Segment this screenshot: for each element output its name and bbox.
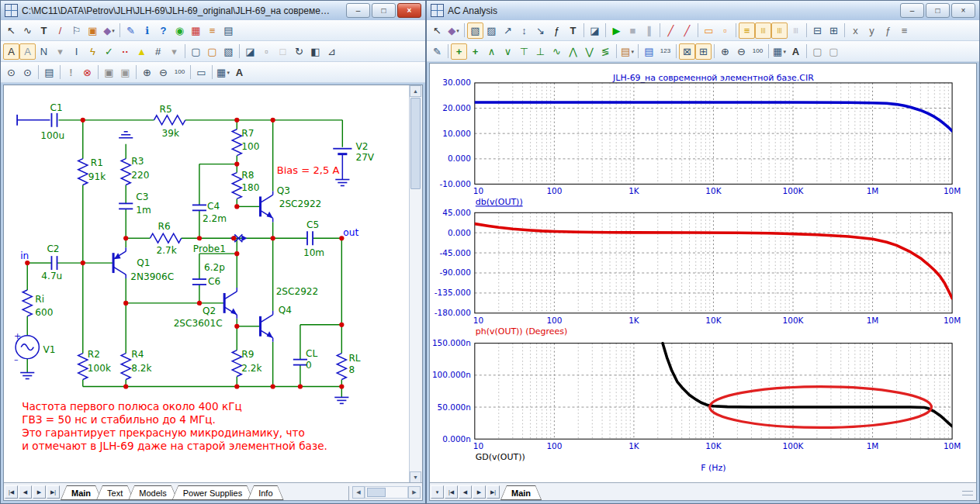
find-button-icon[interactable]: ⊙ <box>3 64 19 81</box>
plot-canvas[interactable]: JLH-69_на современной элементной базе.CI… <box>430 64 976 483</box>
vertical-grids-button-icon[interactable]: ||| <box>755 22 771 39</box>
horizontal-tag-mode-icon[interactable]: ↘ <box>532 22 549 39</box>
minimize-button[interactable]: – <box>346 3 370 18</box>
analysis-plots[interactable]: JLH-69_на современной элементной базе.CI… <box>430 64 976 483</box>
properties-button-icon[interactable]: ◪ <box>242 43 258 60</box>
cursor-cross-button-icon[interactable]: + <box>451 43 467 60</box>
y-axis-settings-button-icon[interactable]: y <box>864 22 880 39</box>
zoom-in-button-icon[interactable]: ⊕ <box>139 64 155 81</box>
design-info-tool-icon[interactable]: ▤ <box>220 22 237 39</box>
scale-mode-button-icon[interactable]: ▧ <box>467 22 483 39</box>
x-axis-settings-button-icon[interactable]: x <box>847 22 864 39</box>
undo-info-button-icon[interactable]: ! <box>63 64 79 81</box>
text-page-button-icon[interactable]: ▤ <box>41 64 57 81</box>
node-number-toggle-icon[interactable]: A <box>19 43 36 60</box>
attribute-pen-tool-icon[interactable]: ✎ <box>123 22 139 39</box>
tile-button-icon[interactable]: ▦▾ <box>771 43 788 60</box>
copy-to-clipboard-button-icon[interactable]: ▣ <box>101 64 117 81</box>
high-point-button-icon[interactable]: ⊤ <box>516 43 532 60</box>
scroll-right-button[interactable]: ▶ <box>408 486 421 499</box>
picture-mode-icon[interactable]: ▣ <box>85 22 101 39</box>
current-display-toggle-icon[interactable]: I <box>68 43 85 60</box>
tab-power-supplies[interactable]: Power Supplies <box>172 485 253 500</box>
flip-vertical-button-icon[interactable]: ⊿ <box>324 43 340 60</box>
find-component-button-icon[interactable]: ◆▾ <box>101 22 117 39</box>
rotate-button-icon[interactable]: ↻ <box>291 43 307 60</box>
remove-errors-button-icon[interactable]: ⊗ <box>79 64 95 81</box>
next-valley-button-icon[interactable]: ∨ <box>500 43 516 60</box>
schematic-titlebar[interactable]: C:\MC11\DATA\Petrov\JLH\JLH-69\JLH-69_or… <box>1 1 425 20</box>
tab-info[interactable]: Info <box>248 485 283 500</box>
zoom-in-button-icon[interactable]: ⊕ <box>717 43 733 60</box>
pause-button-icon[interactable]: ∥ <box>641 22 657 39</box>
text-mode-icon[interactable]: T <box>565 22 581 39</box>
point-tag-mode-icon[interactable]: ↗ <box>500 22 516 39</box>
stop-button-icon[interactable]: ■ <box>625 22 641 39</box>
flip-horizontal-button-icon[interactable]: ◧ <box>307 43 324 60</box>
tokens-button-icon[interactable]: ╱ <box>679 22 695 39</box>
scroll-up-button[interactable]: ▲ <box>410 85 421 97</box>
wire-mode-icon[interactable]: ∿ <box>19 22 36 39</box>
warnings-toggle-icon[interactable]: ▲ <box>133 43 150 60</box>
clipboard-button-icon[interactable]: ▤▾ <box>619 43 635 60</box>
low-point-button-icon[interactable]: ⊥ <box>532 43 549 60</box>
restore-scale-button-icon[interactable]: ⊞ <box>695 43 712 60</box>
close-button[interactable]: × <box>397 3 421 18</box>
data-points-button-icon[interactable]: ╱ <box>663 22 679 39</box>
grid-dropdown-icon[interactable]: ▾ <box>166 43 182 60</box>
properties-button-icon[interactable]: ◪ <box>587 22 603 39</box>
flag-mode-icon[interactable]: ⚐ <box>68 22 85 39</box>
page-nav-button[interactable]: ◀ <box>19 485 32 499</box>
close-button[interactable]: × <box>951 3 975 18</box>
zoom-100-button-icon[interactable]: 100 <box>171 64 188 81</box>
slope-button-icon[interactable]: ≶ <box>597 43 614 60</box>
copy-graph-button-icon[interactable]: ▢ <box>809 43 826 60</box>
remove-page-button-icon[interactable]: ▢ <box>204 43 220 60</box>
maximize-button[interactable]: □ <box>372 3 396 18</box>
page-nav-button[interactable]: ▶ <box>33 485 46 499</box>
tab-main[interactable]: Main <box>61 485 102 500</box>
attribute-text-toggle-icon[interactable]: A <box>3 43 19 60</box>
numeric-output-button-icon[interactable]: ▤ <box>641 43 657 60</box>
tab-models[interactable]: Models <box>128 485 177 500</box>
select-tool-icon[interactable]: ↖ <box>429 22 445 39</box>
copy-page-button-icon[interactable]: ▣ <box>117 64 133 81</box>
clear-area-button-icon[interactable]: □ <box>275 43 291 60</box>
schematic-canvas[interactable]: +–C1100uR539kR191kR3220C31mR62.7kC24.7uR… <box>4 85 410 483</box>
minimize-button[interactable]: – <box>900 3 924 18</box>
tab-text[interactable]: Text <box>96 485 133 500</box>
zoom-out-button-icon[interactable]: ⊖ <box>155 64 171 81</box>
single-plot-button-icon[interactable]: ⊟ <box>809 22 826 39</box>
horizontal-grids-button-icon[interactable]: ≡ <box>739 22 755 39</box>
ruler-box-button-icon[interactable]: ▭ <box>701 22 717 39</box>
zoom-out-button-icon[interactable]: ⊖ <box>733 43 750 60</box>
mode-page-button-icon[interactable]: ▧ <box>220 43 237 60</box>
font-button-icon[interactable]: A <box>788 43 804 60</box>
run-button-icon[interactable]: ▶ <box>608 22 625 39</box>
power-display-toggle-icon[interactable]: ϟ <box>85 43 101 60</box>
horizontal-scrollbar[interactable]: ◀▶ <box>352 486 421 499</box>
global-low-button-icon[interactable]: ⋁ <box>581 43 597 60</box>
page-nav-button[interactable]: ▶| <box>487 485 500 499</box>
copy-graph2-button-icon[interactable]: ▢ <box>826 43 842 60</box>
add-waveform-button-icon[interactable]: ◆▾ <box>445 22 462 39</box>
page-nav-button[interactable]: ▶| <box>47 485 60 499</box>
help-mode-icon[interactable]: ? <box>155 22 171 39</box>
page-nav-button[interactable]: ▶ <box>473 485 486 499</box>
baseline-button-icon[interactable]: ||| <box>788 22 804 39</box>
text-mode-icon[interactable]: T <box>36 22 52 39</box>
tile-windows-button-icon[interactable]: ▦▾ <box>215 64 231 81</box>
tab-main[interactable]: Main <box>500 485 542 500</box>
add-page-button-icon[interactable]: ▢ <box>188 43 204 60</box>
plus-mark-button-icon[interactable]: ▫ <box>717 22 733 39</box>
cursor-mode-button-icon[interactable]: ▨ <box>483 22 500 39</box>
edit-limits-button-icon[interactable]: ✎ <box>429 43 445 60</box>
formula-tag-mode-icon[interactable]: ƒ <box>549 22 565 39</box>
waveform-list-button-icon[interactable]: ≡ <box>896 22 912 39</box>
vertical-tag-mode-icon[interactable]: ↕ <box>516 22 532 39</box>
resize-grip[interactable] <box>962 491 973 495</box>
split-text-tool-icon[interactable]: ≡ <box>204 22 220 39</box>
vertical-scroll-thumb[interactable] <box>410 98 421 189</box>
select-tool-icon[interactable]: ↖ <box>3 22 19 39</box>
schematic-vertical-scrollbar[interactable]: ▲ ▼ <box>409 85 422 483</box>
